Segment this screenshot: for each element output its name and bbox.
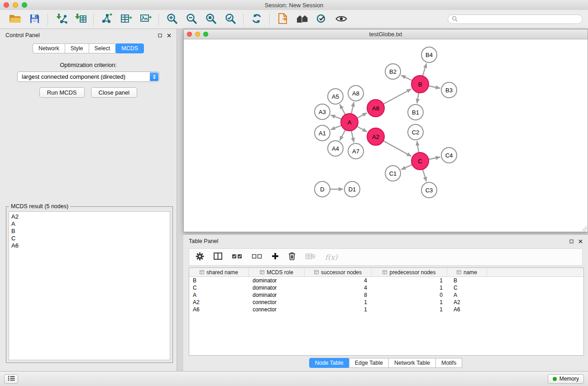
task-history-button[interactable] xyxy=(4,374,18,384)
graph-node-A4[interactable]: A4 xyxy=(328,141,343,156)
graph-node-A6[interactable]: A6 xyxy=(367,100,384,117)
tab-motifs[interactable]: Motifs xyxy=(435,358,462,368)
column-header-shared-name[interactable]: shared name xyxy=(189,268,249,276)
graph-node-A3[interactable]: A3 xyxy=(315,104,330,119)
graph-edge-A2-C[interactable] xyxy=(383,141,411,156)
graph-edge-B-B1[interactable] xyxy=(417,93,419,103)
graph-node-D1[interactable]: D1 xyxy=(344,181,360,197)
column-header-predecessor-nodes[interactable]: predecessor nodes xyxy=(372,268,447,276)
select-all-button[interactable] xyxy=(232,253,242,261)
graph-edge-C-C2[interactable] xyxy=(417,141,419,152)
mcds-result-item[interactable]: A6 xyxy=(11,242,167,249)
graph-node-B1[interactable]: B1 xyxy=(408,105,423,120)
search-input[interactable] xyxy=(460,16,578,23)
export-table-button[interactable] xyxy=(116,12,136,27)
column-header-name[interactable]: name xyxy=(447,268,487,276)
network-window-titlebar[interactable]: testGlobe.txt xyxy=(184,29,588,39)
save-session-button[interactable] xyxy=(25,12,44,27)
graph-edge-A-A1[interactable] xyxy=(331,125,342,130)
show-columns-button[interactable] xyxy=(214,253,222,262)
apply-style-button[interactable] xyxy=(312,12,331,27)
deselect-all-button[interactable] xyxy=(252,253,262,261)
mcds-result-item[interactable]: B xyxy=(11,228,167,235)
mcds-result-item[interactable]: C xyxy=(11,235,167,242)
graph-edge-B-B3[interactable] xyxy=(429,86,440,88)
column-header-successor-nodes[interactable]: successor nodes xyxy=(305,268,372,276)
close-panel-icon[interactable] xyxy=(578,239,583,243)
graph-edge-A-A8[interactable] xyxy=(351,102,354,114)
zoom-selected-button[interactable] xyxy=(220,12,240,27)
graph-edge-A-A2[interactable] xyxy=(357,126,367,132)
graph-node-C1[interactable]: C1 xyxy=(385,166,401,181)
maximize-window-button[interactable] xyxy=(22,2,27,8)
table-row[interactable]: A2 connector 1 1 A2 xyxy=(189,299,583,306)
graph-node-A[interactable]: A xyxy=(341,114,358,131)
tab-select[interactable]: Select xyxy=(89,43,116,53)
graph-node-A7[interactable]: A7 xyxy=(348,143,363,159)
zoom-out-button[interactable] xyxy=(182,12,201,27)
delete-table-button[interactable] xyxy=(305,253,316,262)
close-window-button[interactable] xyxy=(4,2,9,8)
graph-node-C2[interactable]: C2 xyxy=(408,124,423,140)
graph-edge-A-A7[interactable] xyxy=(351,131,354,143)
delete-column-button[interactable] xyxy=(288,252,296,262)
refresh-button[interactable] xyxy=(247,12,266,27)
close-panel-button[interactable]: Close panel xyxy=(91,87,138,98)
graph-edge-C-C4[interactable] xyxy=(429,157,440,159)
open-file-button[interactable] xyxy=(5,12,25,27)
graph-node-A5[interactable]: A5 xyxy=(328,89,343,104)
tab-network[interactable]: Network xyxy=(33,43,65,53)
graph-edge-B-B4[interactable] xyxy=(423,63,427,76)
tab-node-table[interactable]: Node Table xyxy=(309,358,349,368)
import-network-button[interactable] xyxy=(51,12,71,27)
tab-edge-table[interactable]: Edge Table xyxy=(349,358,389,368)
export-image-button[interactable] xyxy=(136,12,155,27)
minimize-window-button[interactable] xyxy=(13,2,18,8)
graph-node-C4[interactable]: C4 xyxy=(441,148,457,163)
zoom-in-button[interactable] xyxy=(162,12,182,27)
criterion-dropdown[interactable]: largest connected component (directed) xyxy=(17,71,159,82)
toggle-visibility-button[interactable] xyxy=(331,12,351,27)
graph-edge-C-C1[interactable] xyxy=(401,165,412,170)
run-mcds-button[interactable]: Run MCDS xyxy=(39,87,85,98)
function-builder-button[interactable]: f(x) xyxy=(325,253,337,262)
table-row[interactable]: B dominator 4 1 B xyxy=(189,277,583,284)
export-network-button[interactable] xyxy=(97,12,116,27)
table-row[interactable]: A dominator 8 0 A xyxy=(189,291,583,299)
graph-node-B2[interactable]: B2 xyxy=(385,64,401,79)
resize-grip[interactable] xyxy=(582,226,587,231)
tab-mcds[interactable]: MCDS xyxy=(115,43,144,53)
graph-edge-A6-B[interactable] xyxy=(383,89,411,104)
graph-edge-B-B2[interactable] xyxy=(401,75,412,81)
mcds-result-item[interactable]: A2 xyxy=(11,213,167,220)
home-button[interactable] xyxy=(292,12,312,27)
close-panel-icon[interactable] xyxy=(167,33,171,38)
graph-node-B4[interactable]: B4 xyxy=(421,47,437,62)
graph-edge-A-A4[interactable] xyxy=(339,130,345,141)
tab-network-table[interactable]: Network Table xyxy=(388,358,436,368)
table-row[interactable]: C dominator 4 1 C xyxy=(189,284,583,291)
graph-node-A1[interactable]: A1 xyxy=(315,125,330,141)
tab-style[interactable]: Style xyxy=(65,43,89,53)
graph-edge-A-A5[interactable] xyxy=(340,105,345,115)
table-row[interactable]: A6 connector 1 1 A6 xyxy=(189,306,583,313)
graph-node-A2[interactable]: A2 xyxy=(367,128,384,145)
table-settings-button[interactable] xyxy=(196,252,204,262)
network-canvas[interactable]: AA1A2A3A4A5A6A7A8BB1B2B3B4CC1C2C3C4DD1 xyxy=(184,40,587,231)
graph-edge-C-C3[interactable] xyxy=(423,169,426,181)
memory-button[interactable]: Memory xyxy=(548,374,584,384)
graph-node-C[interactable]: C xyxy=(411,152,429,170)
import-table-button[interactable] xyxy=(71,12,90,27)
clipboard-document-button[interactable] xyxy=(273,12,292,27)
graph-node-A8[interactable]: A8 xyxy=(348,86,363,101)
graph-node-B[interactable]: B xyxy=(411,76,429,93)
graph-node-D[interactable]: D xyxy=(315,181,330,197)
graph-edge-A-A3[interactable] xyxy=(331,115,342,119)
column-header-mcds-role[interactable]: MCDS role xyxy=(249,268,305,276)
float-panel-icon[interactable] xyxy=(569,239,574,243)
graph-node-C3[interactable]: C3 xyxy=(421,182,437,198)
graph-node-B3[interactable]: B3 xyxy=(441,82,457,98)
float-panel-icon[interactable] xyxy=(158,33,162,38)
add-column-button[interactable] xyxy=(272,253,279,262)
zoom-fit-button[interactable] xyxy=(201,12,220,27)
